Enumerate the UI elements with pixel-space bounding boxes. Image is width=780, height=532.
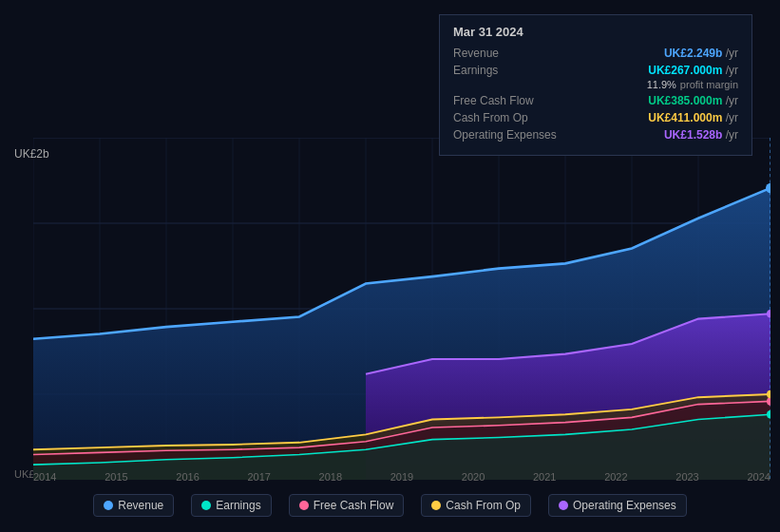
x-label-2023: 2023 [675, 471, 698, 483]
tooltip-earnings-row: Earnings UK£267.000m /yr [453, 64, 738, 77]
x-label-2015: 2015 [105, 471, 127, 483]
legend-earnings-label: Earnings [216, 499, 260, 512]
legend-fcf-dot [299, 501, 309, 510]
legend-revenue[interactable]: Revenue [93, 494, 174, 517]
tooltip-cashop-label: Cash From Op [453, 111, 528, 124]
tooltip-revenue-row: Revenue UK£2.249b /yr [453, 47, 738, 60]
tooltip-earnings-label: Earnings [453, 64, 498, 77]
legend-fcf-label: Free Cash Flow [314, 499, 394, 512]
tooltip-cashop-value: UK£411.000m /yr [648, 111, 738, 124]
legend-earnings-dot [201, 501, 211, 510]
legend-revenue-label: Revenue [118, 499, 163, 512]
x-label-2019: 2019 [390, 471, 413, 483]
x-label-2021: 2021 [533, 471, 556, 483]
legend-opex-label: Operating Expenses [573, 499, 676, 512]
data-tooltip: Mar 31 2024 Revenue UK£2.249b /yr Earnin… [439, 14, 752, 156]
tooltip-revenue-value: UK£2.249b /yr [664, 47, 738, 60]
tooltip-margin: 11.9% profit margin [453, 79, 738, 90]
tooltip-fcf-row: Free Cash Flow UK£385.000m /yr [453, 94, 738, 107]
tooltip-fcf-label: Free Cash Flow [453, 94, 534, 107]
tooltip-margin-value: 11.9% [647, 79, 676, 90]
x-label-2017: 2017 [247, 471, 270, 483]
x-label-2018: 2018 [319, 471, 342, 483]
x-label-2024: 2024 [747, 471, 770, 483]
tooltip-cashop-row: Cash From Op UK£411.000m /yr [453, 111, 738, 124]
chart-area [33, 138, 770, 480]
chart-legend: Revenue Earnings Free Cash Flow Cash Fro… [0, 488, 780, 522]
legend-cashop-dot [431, 501, 441, 510]
legend-opex[interactable]: Operating Expenses [548, 494, 687, 517]
legend-cashop[interactable]: Cash From Op [421, 494, 531, 517]
tooltip-earnings-value: UK£267.000m /yr [648, 64, 738, 77]
tooltip-opex-row: Operating Expenses UK£1.528b /yr [453, 128, 738, 142]
legend-cashop-label: Cash From Op [446, 499, 521, 512]
tooltip-date: Mar 31 2024 [453, 25, 738, 39]
x-axis: 2014 2015 2016 2017 2018 2019 2020 2021 … [33, 471, 770, 483]
legend-revenue-dot [104, 501, 113, 510]
x-label-2022: 2022 [604, 471, 627, 483]
tooltip-opex-label: Operating Expenses [453, 128, 557, 142]
tooltip-opex-value: UK£1.528b /yr [664, 128, 738, 142]
x-label-2020: 2020 [462, 471, 485, 483]
tooltip-revenue-label: Revenue [453, 47, 499, 60]
x-label-2014: 2014 [33, 471, 56, 483]
legend-fcf[interactable]: Free Cash Flow [289, 494, 405, 517]
x-label-2016: 2016 [176, 471, 199, 483]
tooltip-fcf-value: UK£385.000m /yr [648, 94, 738, 107]
chart-svg [33, 138, 770, 480]
legend-opex-dot [559, 501, 568, 510]
legend-earnings[interactable]: Earnings [191, 494, 271, 517]
